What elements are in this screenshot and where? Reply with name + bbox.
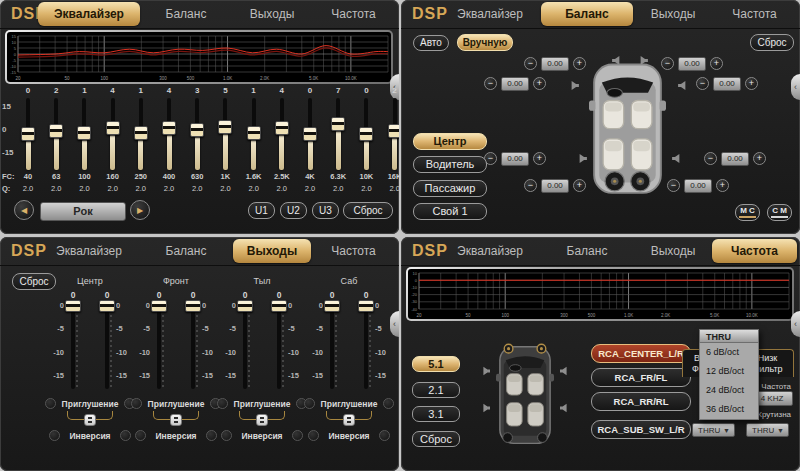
preset-prev-button[interactable]: ◀ (14, 200, 34, 220)
plus-button[interactable]: + (573, 179, 586, 192)
minus-button[interactable]: − (696, 77, 709, 90)
cm-mode-button[interactable]: C M (767, 204, 792, 221)
tab-equalizer[interactable]: Эквалайзер (38, 2, 140, 26)
tab-outputs[interactable]: Выходы (634, 239, 712, 263)
slope-dropdown-selected[interactable]: THRU (699, 329, 759, 343)
tab-balance[interactable]: Баланс (140, 2, 232, 26)
eq-reset-button[interactable]: Сброс (343, 202, 393, 219)
slope-dropdown-option-2[interactable]: 24 dB/oct (700, 381, 758, 400)
mute-toggle-left[interactable] (45, 398, 56, 409)
crossover-reset-button[interactable]: Сброс (412, 431, 460, 447)
output-slider-handle[interactable] (358, 300, 374, 312)
band-slider-handle[interactable] (359, 127, 373, 141)
outputs-reset-button[interactable]: Сброс (12, 273, 56, 290)
band-slider-handle[interactable] (190, 123, 204, 137)
output-slider-handle[interactable] (151, 300, 167, 312)
mute-toggle-right[interactable] (383, 398, 394, 409)
band-slider-handle[interactable] (388, 124, 399, 138)
listening-position-button-1[interactable]: Центр (413, 133, 487, 150)
balance-reset-button[interactable]: Сброс (750, 34, 794, 51)
minus-button[interactable]: − (704, 152, 717, 165)
tab-frequency[interactable]: Частота (712, 239, 797, 263)
plus-button[interactable]: + (533, 152, 546, 165)
output-slider-handle[interactable] (185, 300, 201, 312)
plus-button[interactable]: + (710, 57, 723, 70)
listening-position-button-4[interactable]: Свой 1 (413, 203, 487, 220)
mc-mode-button[interactable]: M C (735, 204, 760, 221)
listening-position-button-3[interactable]: Пассажир (413, 180, 487, 197)
channel-link-icon[interactable] (256, 414, 268, 426)
minus-button[interactable]: − (524, 57, 537, 70)
invert-toggle-left[interactable] (135, 430, 146, 441)
channel-link-icon[interactable] (84, 414, 96, 426)
rca-channel-button-3[interactable]: RCA_SUB_SW_L/R (591, 420, 691, 439)
lp-slope-select[interactable]: THRU▼ (746, 423, 789, 437)
plus-button[interactable]: + (716, 179, 729, 192)
minus-button[interactable]: − (524, 179, 537, 192)
output-slider-handle[interactable] (65, 300, 81, 312)
invert-toggle-right[interactable] (292, 430, 303, 441)
invert-toggle-right[interactable] (379, 430, 390, 441)
channel-link-icon[interactable] (170, 414, 182, 426)
band-slider-handle[interactable] (21, 127, 35, 141)
user-preset-button-2[interactable]: U2 (280, 202, 307, 219)
output-slider-handle[interactable] (324, 300, 340, 312)
invert-toggle-right[interactable] (206, 430, 217, 441)
band-slider-handle[interactable] (134, 126, 148, 140)
tab-equalizer[interactable]: Эквалайзер (38, 239, 140, 263)
preset-display[interactable]: Рок (40, 202, 126, 221)
slope-dropdown-option-0[interactable]: 6 dB/oct (700, 343, 758, 362)
mute-toggle-left[interactable] (131, 398, 142, 409)
band-slider-handle[interactable] (303, 127, 317, 141)
band-slider-handle[interactable] (106, 121, 120, 135)
output-slider-handle[interactable] (99, 300, 115, 312)
tab-frequency[interactable]: Частота (712, 2, 797, 26)
slope-dropdown-option-3[interactable]: 36 dB/oct (700, 400, 758, 419)
user-preset-button-1[interactable]: U1 (248, 202, 275, 219)
tab-frequency[interactable]: Частота (311, 2, 396, 26)
slope-dropdown-option-1[interactable]: 12 dB/oct (700, 362, 758, 381)
invert-toggle-left[interactable] (49, 430, 60, 441)
mute-toggle-left[interactable] (217, 398, 228, 409)
auto-button[interactable]: Авто (413, 35, 449, 51)
plus-button[interactable]: + (745, 77, 758, 90)
band-slider-handle[interactable] (218, 120, 232, 134)
tab-equalizer[interactable]: Эквалайзер (439, 239, 541, 263)
channel-link-icon[interactable] (343, 414, 355, 426)
tab-frequency[interactable]: Частота (311, 239, 396, 263)
mode-button-5-1[interactable]: 5.1 (412, 356, 460, 372)
band-slider-handle[interactable] (49, 124, 63, 138)
hp-slope-select[interactable]: THRU▼ (692, 423, 735, 437)
mute-toggle-left[interactable] (304, 398, 315, 409)
output-slider-handle[interactable] (271, 300, 287, 312)
tab-balance[interactable]: Баланс (140, 239, 232, 263)
panel-drawer-handle[interactable]: ‹ (390, 311, 399, 337)
mode-button-2-1[interactable]: 2.1 (412, 382, 460, 398)
band-slider-handle[interactable] (162, 121, 176, 135)
band-slider-handle[interactable] (275, 121, 289, 135)
user-preset-button-3[interactable]: U3 (312, 202, 339, 219)
tab-outputs[interactable]: Выходы (233, 2, 311, 26)
manual-button[interactable]: Вручную (457, 34, 513, 51)
minus-button[interactable]: − (484, 77, 497, 90)
band-slider-handle[interactable] (77, 126, 91, 140)
tab-outputs[interactable]: Выходы (233, 239, 311, 263)
tab-balance[interactable]: Баланс (541, 239, 633, 263)
invert-toggle-left[interactable] (308, 430, 319, 441)
tab-balance[interactable]: Баланс (541, 2, 633, 26)
tab-outputs[interactable]: Выходы (634, 2, 712, 26)
rca-channel-button-2[interactable]: RCA_RR/RL (591, 392, 691, 411)
minus-button[interactable]: − (667, 179, 680, 192)
tab-equalizer[interactable]: Эквалайзер (439, 2, 541, 26)
band-slider-handle[interactable] (247, 126, 261, 140)
band-slider-handle[interactable] (331, 117, 345, 131)
plus-button[interactable]: + (753, 152, 766, 165)
rca-channel-button-0[interactable]: RCA_CENTER_L/R (591, 344, 691, 363)
mode-button-3-1[interactable]: 3.1 (412, 406, 460, 422)
listening-position-button-2[interactable]: Водитель (413, 156, 487, 173)
panel-drawer-handle[interactable]: ‹ (791, 311, 800, 337)
panel-drawer-handle[interactable]: ‹ (791, 74, 800, 100)
plus-button[interactable]: + (533, 77, 546, 90)
preset-next-button[interactable]: ▶ (130, 200, 150, 220)
plus-button[interactable]: + (573, 57, 586, 70)
